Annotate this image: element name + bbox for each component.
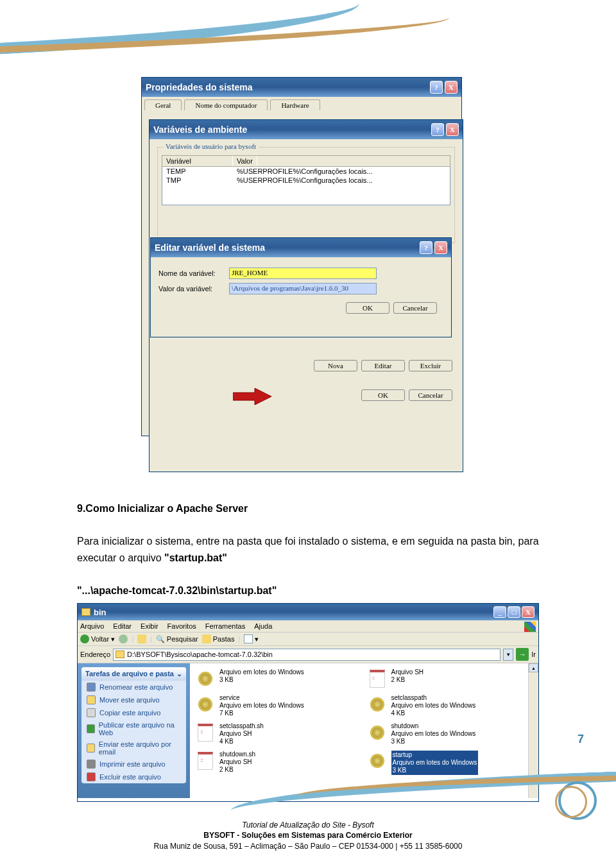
window-title: Propriedades do sistema	[146, 82, 253, 92]
edit-button[interactable]: Editar	[361, 360, 405, 371]
sh-file-icon	[370, 670, 385, 688]
go-button[interactable]: →	[516, 648, 529, 661]
cancel-button[interactable]: Cancelar	[409, 389, 452, 401]
toolbar: Voltar ▾ | | 🔍Pesquisar Pastas | ▾	[78, 633, 538, 646]
paragraph: Para inicializar o sistema, entre na pas…	[77, 533, 539, 566]
menu-exibir[interactable]: Exibir	[141, 622, 158, 630]
tab-strip: Geral Nome do computador Hardware	[142, 97, 461, 110]
cancel-button[interactable]: Cancelar	[393, 302, 437, 314]
list-row: TMP%USERPROFILE%\Configurações locais...	[162, 176, 450, 185]
maximize-button[interactable]: □	[508, 606, 520, 618]
new-button[interactable]: Nova	[314, 360, 357, 371]
forward-icon[interactable]	[119, 634, 128, 643]
close-button[interactable]: X	[522, 606, 535, 618]
search-icon: 🔍	[156, 635, 165, 643]
batch-file-icon	[370, 697, 384, 711]
task-web[interactable]: Publicar este arquivo na Web	[81, 719, 186, 738]
file-item[interactable]: setclasspath.shArquivo SH4 KB	[194, 721, 363, 747]
title-bar: Variáveis de ambiente ? X	[150, 120, 463, 139]
title-bar: Editar variável de sistema ? X	[151, 238, 451, 257]
web-icon	[87, 724, 95, 733]
list-header: Variável Valor	[162, 155, 450, 167]
page-number: 7	[578, 733, 584, 746]
batch-file-icon	[198, 697, 212, 711]
file-item[interactable]: Arquivo SH2 KB	[366, 667, 535, 690]
tab-geral[interactable]: Geral	[144, 99, 182, 110]
folders-button[interactable]: Pastas	[202, 634, 235, 643]
name-label: Nome da variável:	[158, 269, 229, 277]
batch-file-icon	[370, 726, 384, 740]
minimize-button[interactable]: _	[493, 606, 506, 618]
help-button[interactable]: ?	[420, 241, 432, 254]
edit-var-window: Editar variável de sistema ? X Nome da v…	[150, 237, 452, 337]
document-body-text: 9.Como Inicializar o Apache Server Para …	[77, 500, 539, 599]
close-button[interactable]: X	[446, 123, 459, 136]
footer-company: BYSOFT - Soluções em Sistemas para Comér…	[0, 830, 616, 841]
windows-flag-icon	[524, 622, 536, 632]
var-name-input[interactable]: JRE_HOME	[229, 268, 377, 279]
address-input[interactable]: D:\BYSOFT\Bysisco\apache-tomcat-7.0.32\b…	[113, 649, 501, 661]
value-label: Valor da variável:	[158, 285, 229, 293]
delete-button[interactable]: Excluir	[409, 360, 452, 371]
tasks-header[interactable]: Tarefas de arquivo e pasta ⌄	[81, 667, 186, 681]
window-title: Editar variável de sistema	[155, 243, 265, 253]
address-dropdown[interactable]: ▼	[503, 649, 513, 661]
back-icon	[80, 634, 89, 643]
title-bar: bin _ □ X	[78, 604, 538, 620]
views-icon	[244, 634, 253, 643]
task-copy[interactable]: Copiar este arquivo	[81, 706, 186, 719]
help-button[interactable]: ?	[430, 81, 443, 94]
var-value-input[interactable]: \Arquivos de programas\Java\jre1.6.0_30	[229, 283, 377, 294]
batch-file-icon	[198, 672, 212, 686]
window-title: Variáveis de ambiente	[153, 124, 247, 135]
ok-button[interactable]: OK	[346, 302, 389, 314]
menu-ferramentas[interactable]: Ferramentas	[205, 622, 245, 630]
folder-icon	[81, 608, 90, 616]
task-move[interactable]: Mover este arquivo	[81, 694, 186, 706]
footer-decoration	[0, 753, 616, 804]
folder-icon	[116, 651, 124, 658]
list-row: TEMP%USERPROFILE%\Configurações locais..…	[162, 167, 450, 176]
copy-icon	[87, 708, 96, 717]
footer-title: Tutorial de Atualização do Site - Bysoft	[0, 820, 616, 831]
tab-hardware[interactable]: Hardware	[270, 99, 320, 110]
svg-marker-0	[233, 388, 271, 405]
logo	[552, 778, 603, 823]
ok-button[interactable]: OK	[361, 389, 405, 401]
file-item[interactable]: Arquivo em lotes do Windows3 KB	[194, 667, 363, 690]
header-decoration	[0, 0, 616, 58]
menu-ajuda[interactable]: Ajuda	[254, 622, 272, 630]
task-rename[interactable]: Renomear este arquivo	[81, 681, 186, 694]
footer-address: Rua Muniz de Sousa, 591 – Aclimação – Sã…	[0, 841, 616, 852]
folders-icon	[202, 634, 211, 643]
window-title: bin	[94, 608, 107, 617]
move-icon	[87, 695, 96, 704]
menu-arquivo[interactable]: Arquivo	[80, 622, 104, 630]
title-bar: Propriedades do sistema ? X	[142, 78, 461, 97]
help-button[interactable]: ?	[431, 123, 444, 136]
page-footer: Tutorial de Atualização do Site - Bysoft…	[0, 820, 616, 852]
close-button[interactable]: X	[434, 241, 447, 254]
file-item[interactable]: setclasspathArquivo em lotes do Windows4…	[366, 693, 535, 719]
search-button[interactable]: 🔍Pesquisar	[156, 635, 198, 643]
file-item[interactable]: serviceArquivo em lotes do Windows7 KB	[194, 693, 363, 719]
mail-icon	[87, 744, 95, 753]
address-bar: Endereço D:\BYSOFT\Bysisco\apache-tomcat…	[78, 646, 538, 663]
path-text: "...\apache-tomcat-7.0.32\bin\startup.ba…	[77, 583, 539, 599]
close-button[interactable]: X	[445, 81, 458, 94]
screenshot-1-container: Propriedades do sistema ? X Geral Nome d…	[77, 77, 539, 488]
arrow-annotation	[233, 388, 271, 405]
address-label: Endereço	[80, 651, 110, 658]
menu-favoritos[interactable]: Favoritos	[167, 622, 196, 630]
section-heading: 9.Como Inicializar o Apache Server	[77, 500, 539, 517]
menu-editar[interactable]: Editar	[113, 622, 132, 630]
file-item[interactable]: shutdownArquivo em lotes do Windows3 KB	[366, 721, 535, 747]
back-button[interactable]: Voltar ▾	[80, 634, 115, 643]
tab-nome-computador[interactable]: Nome do computador	[184, 99, 268, 110]
user-vars-list[interactable]: TEMP%USERPROFILE%\Configurações locais..…	[162, 167, 450, 205]
go-label: Ir	[531, 651, 536, 658]
scroll-up-icon[interactable]: ▲	[529, 663, 538, 672]
up-icon[interactable]	[137, 634, 146, 643]
collapse-icon: ⌄	[176, 670, 182, 678]
views-button[interactable]: ▾	[244, 634, 259, 643]
